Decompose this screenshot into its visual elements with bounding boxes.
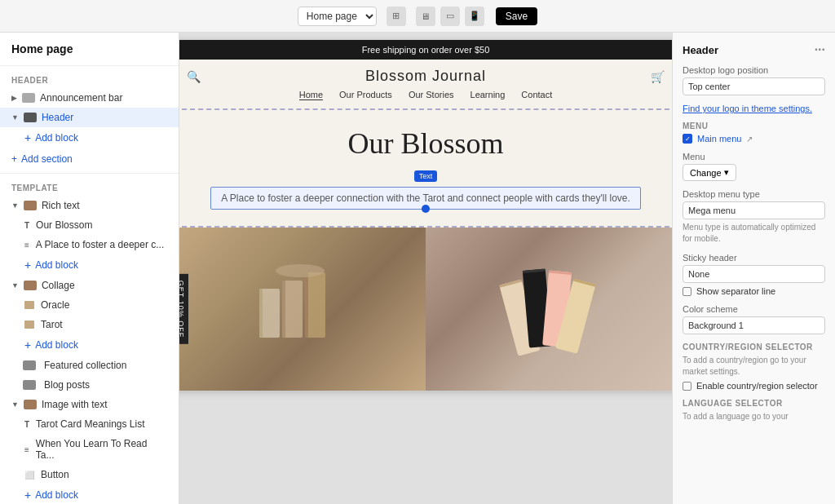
preview-icon[interactable]: ⊞	[387, 7, 406, 26]
sidebar-item-tarot[interactable]: Tarot	[0, 315, 179, 334]
add-block-rt-label: Add block	[35, 259, 78, 271]
store-nav-top: 🔍 Blossom Journal 🛒	[187, 68, 665, 85]
add-section-header[interactable]: + Add section	[0, 148, 179, 170]
add-section-label: Add section	[21, 153, 73, 165]
sidebar-item-when-you-learn[interactable]: ≡ When You Learn To Read Ta...	[0, 434, 179, 465]
our-blossom-label: Our Blossom	[36, 219, 92, 231]
left-image-placeholder	[179, 228, 426, 391]
collage-arrow: ▼	[11, 281, 19, 290]
plus-icon-iwt: +	[24, 489, 31, 502]
language-selector-note: To add a language go to your	[683, 411, 825, 422]
sticky-header-label: Sticky header	[683, 253, 825, 263]
featured-icon	[23, 360, 36, 370]
desktop-menu-type-label: Desktop menu type	[683, 189, 825, 199]
button-label: Button	[41, 469, 69, 480]
panel-options-icon[interactable]: ···	[815, 42, 825, 57]
country-note-text: To add a country/region go to your marke…	[683, 356, 806, 376]
sidebar-item-button[interactable]: ⬜ Button	[0, 465, 179, 484]
page-select[interactable]: Home page	[298, 7, 377, 26]
image-left: GET 10% OFF	[179, 228, 426, 391]
color-scheme-select[interactable]: Background 1	[683, 316, 825, 334]
save-button[interactable]: Save	[496, 7, 537, 25]
enable-country-row: Enable country/region selector	[683, 381, 825, 391]
sticky-header-select[interactable]: None	[683, 265, 825, 283]
cart-icon[interactable]: 🛒	[651, 70, 665, 83]
announcement-label: Announcement bar	[40, 92, 122, 104]
tarot-t-icon: T	[24, 420, 29, 429]
desktop-menu-type-select[interactable]: Mega menu	[683, 201, 825, 219]
theme-settings-link[interactable]: Find your logo in theme settings.	[683, 104, 812, 113]
menu-label2: Menu	[683, 152, 825, 161]
hero-subtitle-text: A Place to foster a deeper connection wi…	[221, 192, 630, 204]
menu-section-label: Menu	[683, 122, 825, 130]
add-block-rich-text[interactable]: + Add block	[0, 254, 179, 276]
when-you-learn-label: When You Learn To Read Ta...	[36, 438, 167, 461]
rich-text-icon	[24, 201, 37, 210]
get-off-badge[interactable]: GET 10% OFF	[179, 274, 188, 344]
sidebar-item-our-blossom[interactable]: T Our Blossom	[0, 215, 179, 235]
menu-checkbox[interactable]: ✓	[683, 134, 692, 144]
enable-country-checkbox[interactable]	[683, 382, 691, 391]
hero-section: Our Blossom Text A Place to foster a dee…	[179, 108, 672, 228]
t-icon: T	[24, 221, 29, 230]
sidebar-item-image-with-text[interactable]: ▼ Image with text	[0, 395, 179, 414]
rich-text-label: Rich text	[42, 200, 80, 211]
tablet-icon[interactable]: ▭	[440, 7, 460, 26]
mobile-icon[interactable]: 📱	[465, 7, 484, 26]
sidebar-title: Home page	[0, 33, 179, 62]
svg-rect-3	[282, 281, 285, 338]
a-place-label: A Place to foster a deeper c...	[36, 239, 164, 250]
menu-row: ✓ Main menu ↗	[683, 134, 825, 144]
svg-rect-5	[305, 272, 308, 338]
nav-learning[interactable]: Learning	[471, 90, 506, 100]
iwt-arrow: ▼	[11, 400, 19, 409]
oracle-img-icon	[24, 301, 34, 309]
header-section-label: HEADER	[0, 69, 179, 88]
sidebar-item-announcement-bar[interactable]: ▶ Announcement bar	[0, 88, 179, 108]
device-icons: 🖥 ▭ 📱	[416, 7, 484, 26]
change-arrow: ▾	[724, 167, 729, 178]
announcement-icon	[22, 93, 35, 103]
nav-contact[interactable]: Contact	[521, 90, 552, 100]
main-layout: Home page HEADER ▶ Announcement bar ▼ He…	[0, 33, 835, 504]
desktop-logo-select[interactable]: Top center	[683, 77, 825, 95]
left-sidebar: Home page HEADER ▶ Announcement bar ▼ He…	[0, 33, 179, 504]
hero-subtitle-dot	[422, 205, 430, 213]
desktop-icon[interactable]: 🖥	[416, 7, 435, 26]
store-nav: 🔍 Blossom Journal 🛒 Home Our Products Ou…	[179, 60, 672, 108]
template-section-label: TEMPLATE	[0, 177, 179, 196]
add-block-header[interactable]: + Add block	[0, 127, 179, 148]
right-panel-title-text: Header	[683, 44, 718, 56]
iwt-label: Image with text	[42, 399, 108, 410]
sidebar-item-a-place[interactable]: ≡ A Place to foster a deeper c...	[0, 235, 179, 254]
color-scheme-label: Color scheme	[683, 304, 825, 314]
separator-checkbox[interactable]	[683, 287, 691, 296]
add-block-iwt-label: Add block	[35, 489, 78, 501]
svg-rect-1	[259, 289, 263, 338]
add-block-collage[interactable]: + Add block	[0, 334, 179, 356]
sidebar-item-collage[interactable]: ▼ Collage	[0, 276, 179, 295]
nav-stories[interactable]: Our Stories	[409, 90, 454, 100]
change-button[interactable]: Change ▾	[683, 164, 736, 181]
right-panel: Header ··· Desktop logo position Top cen…	[672, 33, 835, 504]
btn-icon: ⬜	[24, 471, 34, 480]
sidebar-item-rich-text[interactable]: ▼ Rich text	[0, 196, 179, 215]
top-bar-center: Home page ⊞ 🖥 ▭ 📱 Save	[298, 7, 537, 26]
nav-home[interactable]: Home	[299, 90, 323, 100]
nav-products[interactable]: Our Products	[339, 90, 392, 100]
sidebar-item-featured-collection[interactable]: Featured collection	[0, 356, 179, 375]
iwt-icon	[24, 400, 37, 409]
main-menu-link[interactable]: Main menu	[697, 134, 741, 144]
top-bar: Home page ⊞ 🖥 ▭ 📱 Save	[0, 0, 835, 33]
external-link-icon: ↗	[746, 135, 753, 144]
when-lines-icon: ≡	[24, 445, 29, 454]
sidebar-item-tarot-card-meanings[interactable]: T Tarot Card Meanings List	[0, 414, 179, 434]
search-icon[interactable]: 🔍	[187, 70, 201, 83]
sidebar-item-header[interactable]: ▼ Header	[0, 108, 179, 127]
header-icon	[24, 113, 37, 122]
arrow-down-icon: ▼	[11, 113, 19, 122]
sidebar-item-blog-posts[interactable]: Blog posts	[0, 375, 179, 395]
sidebar-item-oracle[interactable]: Oracle	[0, 295, 179, 315]
plus-icon-collage: +	[24, 338, 31, 351]
add-block-iwt[interactable]: + Add block	[0, 484, 179, 504]
